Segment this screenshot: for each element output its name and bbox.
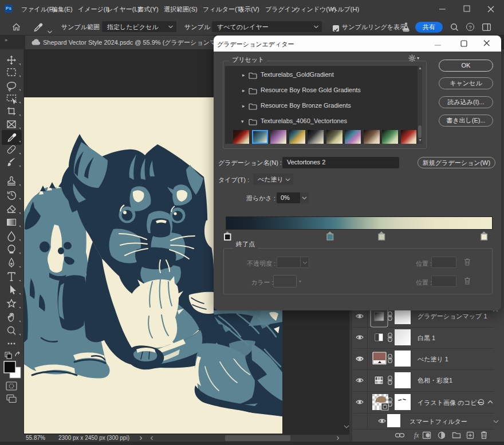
svg-text:fx: fx xyxy=(414,431,419,439)
